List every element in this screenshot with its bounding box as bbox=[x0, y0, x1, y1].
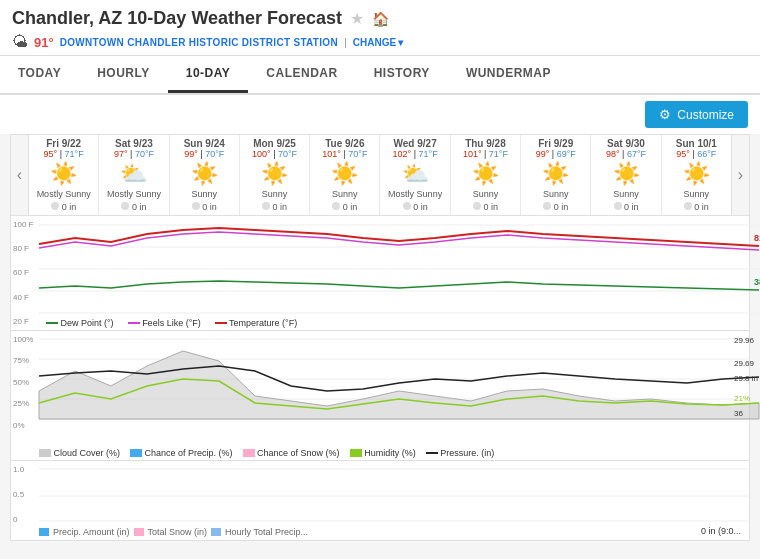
svg-text:38 °: 38 ° bbox=[754, 277, 760, 287]
day-temps: 101° | 71°F bbox=[452, 149, 519, 159]
day-description: Mostly Sunny bbox=[100, 189, 167, 200]
day-temps: 99° | 69°F bbox=[522, 149, 589, 159]
day-temps: 95° | 71°F bbox=[30, 149, 97, 159]
day-column[interactable]: Mon 9/25 100° | 70°F ☀️ Sunny 0 in bbox=[240, 135, 310, 215]
weather-icon: ☀️ bbox=[30, 161, 97, 187]
left-arrow-button[interactable]: ‹ bbox=[11, 135, 29, 215]
day-precipitation: 0 in bbox=[30, 202, 97, 212]
sun-icon: 🌤 bbox=[12, 33, 28, 51]
day-date: Wed 9/27 bbox=[381, 138, 448, 149]
weather-icon: ☀️ bbox=[452, 161, 519, 187]
svg-text:29.96: 29.96 bbox=[734, 336, 755, 345]
svg-text:81 °F: 81 °F bbox=[754, 233, 760, 243]
day-temps: 99° | 70°F bbox=[171, 149, 238, 159]
svg-text:21%: 21% bbox=[734, 394, 750, 403]
day-precipitation: 0 in bbox=[452, 202, 519, 212]
right-arrow-button[interactable]: › bbox=[731, 135, 749, 215]
temp-chart-svg: 81 °F 38 ° bbox=[39, 216, 759, 331]
day-temps: 102° | 71°F bbox=[381, 149, 448, 159]
page-title: Chandler, AZ 10-Day Weather Forecast bbox=[12, 8, 342, 29]
y-label-40f: 40 F bbox=[13, 293, 33, 302]
legend-pressure: Pressure. (in) bbox=[426, 448, 495, 458]
day-column[interactable]: Wed 9/27 102° | 71°F ⛅ Mostly Sunny 0 in bbox=[380, 135, 450, 215]
day-description: Sunny bbox=[452, 189, 519, 200]
chevron-down-icon: ▾ bbox=[398, 37, 403, 48]
legend-humidity: Humidity (%) bbox=[350, 448, 416, 458]
day-column[interactable]: Sat 9/30 98° | 67°F ☀️ Sunny 0 in bbox=[591, 135, 661, 215]
tab-10day[interactable]: 10-DAY bbox=[168, 56, 249, 93]
weather-icon: ☀️ bbox=[171, 161, 238, 187]
day-precipitation: 0 in bbox=[241, 202, 308, 212]
day-column[interactable]: Fri 9/22 95° | 71°F ☀️ Mostly Sunny 0 in bbox=[29, 135, 99, 215]
legend-cloud: Cloud Cover (%) bbox=[39, 448, 120, 458]
y-label-0in: 0 bbox=[13, 515, 24, 524]
change-button[interactable]: CHANGE ▾ bbox=[353, 37, 403, 48]
day-column[interactable]: Fri 9/29 99° | 69°F ☀️ Sunny 0 in bbox=[521, 135, 591, 215]
home-icon[interactable]: 🏠 bbox=[372, 11, 389, 27]
day-date: Sat 9/23 bbox=[100, 138, 167, 149]
day-description: Sunny bbox=[522, 189, 589, 200]
day-precipitation: 0 in bbox=[100, 202, 167, 212]
station-name[interactable]: DOWNTOWN CHANDLER HISTORIC DISTRICT STAT… bbox=[60, 37, 338, 48]
day-temps: 98° | 67°F bbox=[592, 149, 659, 159]
day-description: Mostly Sunny bbox=[381, 189, 448, 200]
y-label-50pct: 50% bbox=[13, 378, 33, 387]
day-temps: 100° | 70°F bbox=[241, 149, 308, 159]
svg-marker-12 bbox=[39, 351, 759, 419]
day-precipitation: 0 in bbox=[381, 202, 448, 212]
tab-wundermap[interactable]: WUNDERMAP bbox=[448, 56, 569, 93]
y-label-80f: 80 F bbox=[13, 244, 33, 253]
svg-text:29.69: 29.69 bbox=[734, 359, 755, 368]
day-column[interactable]: Sun 10/1 95° | 66°F ☀️ Sunny 0 in bbox=[662, 135, 731, 215]
y-label-25pct: 25% bbox=[13, 399, 33, 408]
rain-chart: 1.0 0.5 0 Precip. Amount (in) Total Snow… bbox=[10, 461, 750, 541]
y-label-1in: 1.0 bbox=[13, 465, 24, 474]
y-label-20f: 20 F bbox=[13, 317, 33, 326]
precip-chart: 100% 75% 50% 25% 0% 29.96 29.69 29.8 in … bbox=[10, 331, 750, 461]
weather-icon: ⛅ bbox=[381, 161, 448, 187]
day-date: Fri 9/29 bbox=[522, 138, 589, 149]
separator: | bbox=[344, 36, 347, 48]
weather-icon: ⛅ bbox=[100, 161, 167, 187]
day-column[interactable]: Sat 9/23 97° | 70°F ⛅ Mostly Sunny 0 in bbox=[99, 135, 169, 215]
legend-temperature: Temperature (°F) bbox=[215, 318, 297, 328]
day-description: Sunny bbox=[592, 189, 659, 200]
day-date: Sun 10/1 bbox=[663, 138, 730, 149]
days-grid: Fri 9/22 95° | 71°F ☀️ Mostly Sunny 0 in… bbox=[29, 135, 731, 215]
day-description: Mostly Sunny bbox=[30, 189, 97, 200]
day-precipitation: 0 in bbox=[171, 202, 238, 212]
day-column[interactable]: Thu 9/28 101° | 71°F ☀️ Sunny 0 in bbox=[451, 135, 521, 215]
legend-snow: Chance of Snow (%) bbox=[243, 448, 340, 458]
tab-hourly[interactable]: HOURLY bbox=[79, 56, 168, 93]
temperature-chart: 100 F 80 F 60 F 40 F 20 F 81 °F 38 ° Dew bbox=[10, 216, 750, 331]
bottom-label: Precip. Amount (in) Total Snow (in) Hour… bbox=[39, 527, 308, 538]
day-precipitation: 0 in bbox=[663, 202, 730, 212]
header: Chandler, AZ 10-Day Weather Forecast ★ 🏠… bbox=[0, 0, 760, 56]
svg-text:36: 36 bbox=[734, 409, 743, 418]
day-temps: 97° | 70°F bbox=[100, 149, 167, 159]
tab-today[interactable]: TODAY bbox=[0, 56, 79, 93]
precip-chart-svg: 29.96 29.69 29.8 in 21% 36 bbox=[39, 331, 749, 446]
weather-icon: ☀️ bbox=[241, 161, 308, 187]
day-precipitation: 0 in bbox=[592, 202, 659, 212]
star-icon[interactable]: ★ bbox=[350, 9, 364, 28]
day-column[interactable]: Tue 9/26 101° | 70°F ☀️ Sunny 0 in bbox=[310, 135, 380, 215]
tab-calendar[interactable]: CALENDAR bbox=[248, 56, 355, 93]
bottom-right-label: 0 in (9:0... bbox=[701, 526, 741, 536]
weather-icon: ☀️ bbox=[522, 161, 589, 187]
y-label-100pct: 100% bbox=[13, 335, 33, 344]
rain-chart-svg bbox=[39, 461, 749, 526]
customize-button[interactable]: ⚙ Customize bbox=[645, 101, 748, 128]
day-description: Sunny bbox=[663, 189, 730, 200]
day-precipitation: 0 in bbox=[311, 202, 378, 212]
temperature: 91° bbox=[34, 35, 54, 50]
day-description: Sunny bbox=[171, 189, 238, 200]
day-column[interactable]: Sun 9/24 99° | 70°F ☀️ Sunny 0 in bbox=[170, 135, 240, 215]
tab-history[interactable]: HISTORY bbox=[356, 56, 448, 93]
weather-icon: ☀️ bbox=[663, 161, 730, 187]
weather-icon: ☀️ bbox=[592, 161, 659, 187]
temp-legend: Dew Point (°) Feels Like (°F) Temperatur… bbox=[46, 318, 297, 328]
day-date: Fri 9/22 bbox=[30, 138, 97, 149]
precip-legend: Cloud Cover (%) Chance of Precip. (%) Ch… bbox=[39, 448, 494, 458]
y-label-75pct: 75% bbox=[13, 356, 33, 365]
